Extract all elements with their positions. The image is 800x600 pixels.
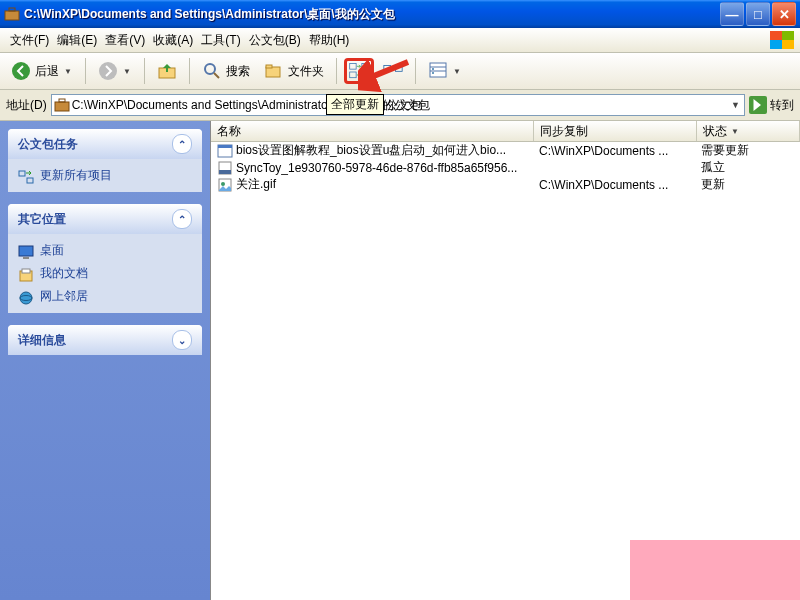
menu-favorites[interactable]: 收藏(A) bbox=[149, 29, 197, 52]
maximize-button[interactable]: □ bbox=[746, 2, 770, 26]
explorer-window: C:\WinXP\Documents and Settings\Administ… bbox=[0, 0, 800, 600]
dropdown-icon: ▼ bbox=[122, 66, 132, 76]
file-row[interactable]: SyncToy_1e930760-5978-46de-876d-ffb85a65… bbox=[211, 159, 800, 176]
file-status: 更新 bbox=[695, 176, 797, 193]
briefcase-icon bbox=[54, 97, 70, 113]
menu-briefcase[interactable]: 公文包(B) bbox=[245, 29, 305, 52]
toolbar: 后退 ▼ ▼ 搜索 文件夹 ▼ bbox=[0, 53, 800, 90]
folders-label: 文件夹 bbox=[288, 63, 324, 80]
separator bbox=[336, 58, 337, 84]
sync-icon bbox=[18, 169, 34, 183]
other-places-panel: 其它位置 ⌃ 桌面 我的文档 网上邻居 bbox=[8, 204, 202, 313]
svg-point-18 bbox=[432, 68, 434, 70]
svg-rect-22 bbox=[19, 171, 25, 176]
menu-tools[interactable]: 工具(T) bbox=[197, 29, 244, 52]
minimize-button[interactable]: — bbox=[720, 2, 744, 26]
search-button[interactable]: 搜索 bbox=[197, 58, 255, 84]
briefcase-tasks-panel: 公文包任务 ⌃ 更新所有项目 bbox=[8, 129, 202, 192]
panel-header[interactable]: 其它位置 ⌃ bbox=[8, 204, 202, 234]
file-row[interactable]: bios设置图解教程_bios设置u盘启动_如何进入bio... C:\WinX… bbox=[211, 142, 800, 159]
file-sync: C:\WinXP\Documents ... bbox=[533, 178, 695, 192]
search-label: 搜索 bbox=[226, 63, 250, 80]
watermark bbox=[630, 540, 800, 600]
separator bbox=[189, 58, 190, 84]
gif-file-icon bbox=[217, 178, 233, 192]
titlebar[interactable]: C:\WinXP\Documents and Settings\Administ… bbox=[0, 0, 800, 28]
file-list[interactable]: bios设置图解教程_bios设置u盘启动_如何进入bio... C:\WinX… bbox=[211, 142, 800, 600]
update-all-tooltip: 全部更新 bbox=[326, 94, 384, 115]
menubar: 文件(F) 编辑(E) 查看(V) 收藏(A) 工具(T) 公文包(B) 帮助(… bbox=[0, 28, 800, 53]
menu-file[interactable]: 文件(F) bbox=[6, 29, 53, 52]
panel-header[interactable]: 公文包任务 ⌃ bbox=[8, 129, 202, 159]
svg-rect-20 bbox=[55, 102, 69, 111]
expand-icon[interactable]: ⌄ bbox=[172, 330, 192, 350]
file-status: 需要更新 bbox=[695, 142, 797, 159]
collapse-icon[interactable]: ⌃ bbox=[172, 134, 192, 154]
views-button[interactable]: ▼ bbox=[423, 58, 467, 84]
close-button[interactable]: ✕ bbox=[772, 2, 796, 26]
panel-title: 其它位置 bbox=[18, 211, 66, 228]
sync-one-icon bbox=[383, 61, 403, 81]
go-label: 转到 bbox=[770, 97, 794, 114]
update-selection-button[interactable] bbox=[378, 58, 408, 84]
column-status[interactable]: 状态 bbox=[697, 121, 800, 141]
address-bar: 地址(D) C:\WinXP\Documents and Settings\Ad… bbox=[0, 90, 800, 121]
folders-button[interactable]: 文件夹 bbox=[259, 58, 329, 84]
details-panel: 详细信息 ⌄ bbox=[8, 325, 202, 355]
file-list-area: 名称 同步复制 状态 bios设置图解教程_bios设置u盘启动_如何进入bio… bbox=[210, 121, 800, 600]
column-name[interactable]: 名称 bbox=[211, 121, 534, 141]
my-documents-link[interactable]: 我的文档 bbox=[18, 265, 192, 282]
forward-button[interactable]: ▼ bbox=[93, 58, 137, 84]
folder-up-icon bbox=[157, 61, 177, 81]
menu-edit[interactable]: 编辑(E) bbox=[53, 29, 101, 52]
panel-title: 公文包任务 bbox=[18, 136, 78, 153]
svg-rect-12 bbox=[362, 72, 368, 78]
link-label: 桌面 bbox=[40, 242, 64, 259]
back-arrow-icon bbox=[11, 61, 31, 81]
sync-all-icon bbox=[349, 61, 369, 81]
desktop-link[interactable]: 桌面 bbox=[18, 242, 192, 259]
network-places-link[interactable]: 网上邻居 bbox=[18, 288, 192, 305]
dropdown-icon: ▼ bbox=[63, 66, 73, 76]
collapse-icon[interactable]: ⌃ bbox=[172, 209, 192, 229]
svg-rect-8 bbox=[266, 65, 272, 68]
link-label: 更新所有项目 bbox=[40, 167, 112, 184]
up-button[interactable] bbox=[152, 58, 182, 84]
update-all-button[interactable] bbox=[344, 58, 374, 84]
svg-rect-25 bbox=[23, 257, 29, 259]
mydocs-icon bbox=[18, 267, 34, 281]
search-icon bbox=[202, 61, 222, 81]
svg-point-28 bbox=[20, 292, 32, 304]
svg-rect-21 bbox=[59, 99, 65, 102]
sidebar: 公文包任务 ⌃ 更新所有项目 其它位置 ⌃ bbox=[0, 121, 210, 600]
panel-header[interactable]: 详细信息 ⌄ bbox=[8, 325, 202, 355]
update-all-items-link[interactable]: 更新所有项目 bbox=[18, 167, 192, 184]
address-input[interactable]: C:\WinXP\Documents and Settings\Administ… bbox=[51, 94, 745, 116]
column-sync[interactable]: 同步复制 bbox=[534, 121, 697, 141]
link-label: 网上邻居 bbox=[40, 288, 88, 305]
file-name: SyncToy_1e930760-5978-46de-876d-ffb85a65… bbox=[236, 161, 517, 175]
svg-rect-14 bbox=[395, 65, 402, 71]
svg-point-3 bbox=[99, 62, 117, 80]
panel-title: 详细信息 bbox=[18, 332, 66, 349]
svg-rect-31 bbox=[218, 145, 232, 148]
svg-point-19 bbox=[432, 72, 434, 74]
go-arrow-icon bbox=[749, 96, 767, 114]
go-button[interactable]: 转到 bbox=[749, 96, 794, 114]
dropdown-icon: ▼ bbox=[452, 66, 462, 76]
back-label: 后退 bbox=[35, 63, 59, 80]
dropdown-icon[interactable]: ▼ bbox=[729, 100, 742, 110]
views-icon bbox=[428, 61, 448, 81]
menu-view[interactable]: 查看(V) bbox=[101, 29, 149, 52]
window-buttons: — □ ✕ bbox=[720, 2, 796, 26]
desktop-icon bbox=[18, 244, 34, 258]
menu-help[interactable]: 帮助(H) bbox=[305, 29, 354, 52]
svg-rect-0 bbox=[5, 11, 19, 20]
svg-rect-15 bbox=[430, 63, 446, 77]
back-button[interactable]: 后退 ▼ bbox=[6, 58, 78, 84]
file-name: 关注.gif bbox=[236, 176, 276, 193]
separator bbox=[85, 58, 86, 84]
windows-flag-icon bbox=[770, 31, 794, 49]
link-label: 我的文档 bbox=[40, 265, 88, 282]
file-row[interactable]: 关注.gif C:\WinXP\Documents ... 更新 bbox=[211, 176, 800, 193]
